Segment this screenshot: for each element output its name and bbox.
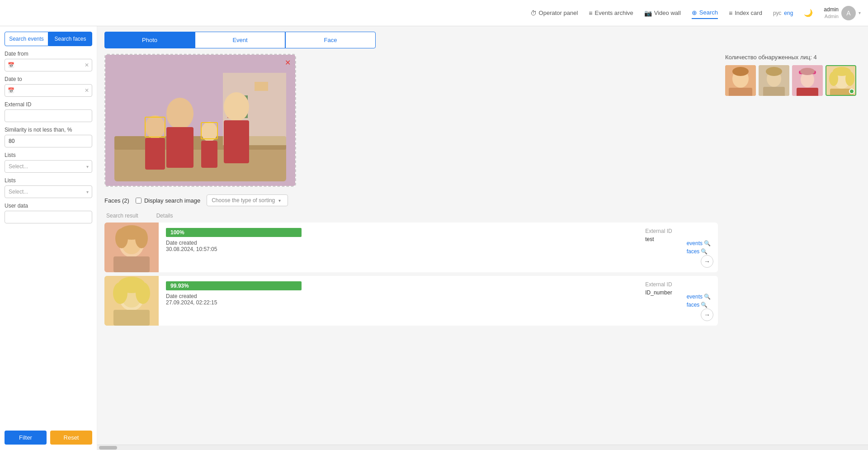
result-thumb-1 bbox=[104, 223, 159, 272]
face-thumb-2[interactable] bbox=[759, 65, 789, 96]
faces-link-1[interactable]: faces 🔍 bbox=[687, 248, 711, 255]
date-to-input-wrap: 📅 ✕ bbox=[5, 84, 92, 97]
filter-button[interactable]: Filter bbox=[5, 431, 47, 445]
main-content: Photo Event Face bbox=[97, 26, 868, 450]
external-id-label: External ID bbox=[5, 101, 92, 108]
svg-point-49 bbox=[829, 71, 838, 86]
events-link-2[interactable]: events 🔍 bbox=[687, 294, 711, 300]
search-nav-icon: ⊕ bbox=[692, 9, 697, 16]
tab-face[interactable]: Face bbox=[285, 32, 376, 48]
face-svg-3 bbox=[792, 65, 823, 96]
faces-link-2[interactable]: faces 🔍 bbox=[687, 302, 711, 308]
date-to-label: Date to bbox=[5, 76, 92, 82]
svg-rect-34 bbox=[729, 88, 752, 96]
result-external-1: External ID test bbox=[638, 223, 679, 272]
scroll-thumb[interactable] bbox=[99, 446, 117, 450]
user-data-input[interactable] bbox=[5, 211, 92, 223]
result-card-2: 99.93% Date created 27.09.2024, 02:22:15… bbox=[104, 276, 718, 326]
similarity-bar-wrap-2: 99.93% bbox=[166, 281, 302, 290]
search-icon-events-2: 🔍 bbox=[704, 294, 711, 300]
user-data-label: User data bbox=[5, 203, 92, 209]
camera-icon: 📷 bbox=[644, 9, 652, 17]
similarity-label: Similarity is not less than, % bbox=[5, 127, 92, 133]
card-icon: ≡ bbox=[729, 9, 732, 17]
date-to-input[interactable] bbox=[5, 84, 92, 97]
similarity-input[interactable] bbox=[5, 135, 92, 147]
search-icon-events-1: 🔍 bbox=[704, 240, 711, 246]
calendar-icon-from: 📅 bbox=[8, 62, 14, 68]
result-card-1: 100% Date created 30.08.2024, 10:57:05 E… bbox=[104, 223, 718, 272]
tab-photo[interactable]: Photo bbox=[104, 32, 195, 48]
list-icon: ≡ bbox=[589, 9, 592, 17]
nav-search[interactable]: ⊕ Search bbox=[692, 7, 718, 19]
search-icon-faces-1: 🔍 bbox=[701, 248, 708, 255]
svg-point-44 bbox=[800, 68, 815, 75]
events-link-1[interactable]: events 🔍 bbox=[687, 240, 711, 246]
svg-rect-2 bbox=[114, 145, 286, 181]
search-image-area: ✕ bbox=[104, 54, 296, 187]
tab-search-events[interactable]: Search events bbox=[5, 32, 48, 46]
external-id-input[interactable] bbox=[5, 109, 92, 122]
tab-search-faces[interactable]: Search faces bbox=[48, 32, 92, 46]
detected-faces-panel: Количество обнаруженных лиц: 4 bbox=[725, 54, 861, 329]
lang-en[interactable]: eng bbox=[784, 10, 793, 16]
tab-event[interactable]: Event bbox=[195, 32, 285, 48]
user-data-group: User data bbox=[5, 203, 92, 223]
lists-select-wrap-1: Select... ▾ bbox=[5, 160, 92, 173]
lang-ru[interactable]: рус bbox=[773, 10, 781, 16]
username-display: admin Admin bbox=[824, 6, 839, 20]
lists-label-2: Lists bbox=[5, 177, 92, 184]
clear-date-from[interactable]: ✕ bbox=[85, 62, 89, 68]
result-details-2: 99.93% Date created 27.09.2024, 02:22:15 bbox=[159, 276, 638, 326]
face-thumb-4[interactable] bbox=[826, 65, 856, 96]
sidebar: Search events Search faces Date from 📅 ✕… bbox=[0, 26, 97, 450]
lists-select-2[interactable]: Select... bbox=[5, 185, 92, 198]
lists-group-1: Lists Select... ▾ bbox=[5, 152, 92, 173]
lists-select-wrap-2: Select... ▾ bbox=[5, 185, 92, 198]
reset-button[interactable]: Reset bbox=[50, 431, 92, 445]
lists-select-1[interactable]: Select... bbox=[5, 160, 92, 173]
svg-point-39 bbox=[766, 67, 782, 76]
svg-point-24 bbox=[135, 228, 148, 248]
date-from-input[interactable] bbox=[5, 59, 92, 71]
top-content-area: ✕ Faces (2) Display search image Choose … bbox=[104, 54, 861, 329]
search-controls: Faces (2) Display search image Choose th… bbox=[104, 194, 718, 206]
date-to-group: Date to 📅 ✕ bbox=[5, 76, 92, 97]
sorting-placeholder: Choose the type of sorting bbox=[212, 197, 275, 204]
sorting-dropdown[interactable]: Choose the type of sorting ▾ bbox=[207, 194, 288, 206]
date-from-group: Date from 📅 ✕ bbox=[5, 51, 92, 71]
clear-date-to[interactable]: ✕ bbox=[85, 87, 89, 94]
face-svg-2 bbox=[759, 65, 789, 96]
clock-icon: ⏱ bbox=[530, 9, 537, 17]
display-search-checkbox[interactable] bbox=[136, 198, 142, 204]
svg-point-50 bbox=[845, 71, 854, 86]
nav-events-archive[interactable]: ≡ Events archive bbox=[589, 8, 633, 19]
horizontal-scrollbar[interactable] bbox=[97, 445, 868, 450]
result-meta-1: Date created 30.08.2024, 10:57:05 bbox=[166, 240, 631, 252]
theme-toggle-icon[interactable]: 🌙 bbox=[804, 9, 813, 17]
main-layout: Search events Search faces Date from 📅 ✕… bbox=[0, 26, 868, 450]
similarity-bar-2: 99.93% bbox=[166, 281, 302, 290]
nav-operator-panel[interactable]: ⏱ Operator panel bbox=[530, 8, 578, 19]
detected-count: Количество обнаруженных лиц: 4 bbox=[725, 54, 861, 61]
face-thumb-3[interactable] bbox=[792, 65, 823, 96]
svg-rect-28 bbox=[113, 310, 150, 326]
nav-index-card[interactable]: ≡ Index card bbox=[729, 8, 762, 19]
selected-indicator bbox=[849, 89, 854, 94]
svg-rect-11 bbox=[224, 120, 249, 163]
user-menu[interactable]: admin Admin A ▾ bbox=[824, 6, 861, 20]
top-navigation: ⏱ Operator panel ≡ Events archive 📷 Vide… bbox=[0, 0, 868, 26]
lists-label-1: Lists bbox=[5, 152, 92, 158]
svg-point-35 bbox=[732, 67, 749, 76]
nav-video-wall[interactable]: 📷 Video wall bbox=[644, 8, 681, 19]
face-thumb-1[interactable] bbox=[725, 65, 756, 96]
navigate-arrow-2[interactable]: → bbox=[701, 308, 713, 321]
result-meta-2: Date created 27.09.2024, 02:22:15 bbox=[166, 293, 631, 306]
svg-point-10 bbox=[224, 92, 249, 121]
result-face-1 bbox=[104, 223, 159, 272]
navigate-arrow-1[interactable]: → bbox=[701, 255, 713, 268]
svg-point-30 bbox=[113, 282, 127, 304]
close-image-button[interactable]: ✕ bbox=[285, 58, 291, 67]
date-from-label: Date from bbox=[5, 51, 92, 57]
face-thumbnails bbox=[725, 65, 861, 96]
